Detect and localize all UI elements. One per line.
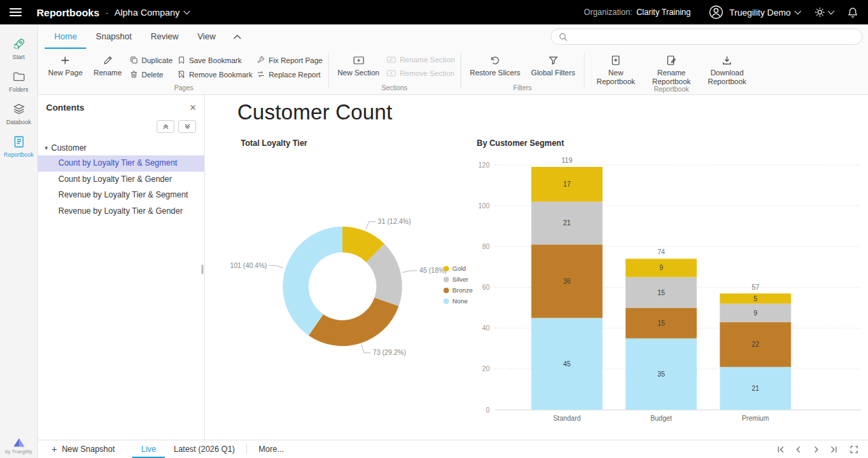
sidebar-item-label: Reportbook	[4, 151, 34, 158]
donut-legend: GoldSilverBronzeNone	[443, 265, 473, 305]
snapshot-tab-live[interactable]: Live	[132, 440, 165, 458]
ribbon-tabs-row: Home Snapshot Review View	[38, 24, 868, 49]
search-input[interactable]	[574, 32, 855, 41]
remove-section-button[interactable]: Remove Section	[387, 69, 454, 77]
remove-bookmark-button[interactable]: Remove Bookmark	[177, 70, 253, 79]
ribbon-search	[551, 28, 863, 45]
snapshot-tab-latest[interactable]: Latest (2026 Q1)	[165, 440, 243, 458]
rename-section-button[interactable]: Rename Section	[387, 56, 454, 64]
group-label-filters: Filters	[467, 84, 578, 94]
tree-item[interactable]: Count by Loyalty Tier & Segment	[38, 155, 204, 172]
restore-slicers-button[interactable]: Restore Slicers	[467, 49, 524, 77]
pencil-icon	[102, 54, 113, 66]
replace-report-button[interactable]: Replace Report	[256, 70, 322, 79]
bottombar-separator	[246, 444, 247, 454]
company-selector[interactable]: Alpha Company	[115, 7, 189, 18]
bottombar: + New Snapshot Live Latest (2026 Q1) Mor…	[38, 440, 868, 458]
bar-segment-label: 35	[657, 370, 665, 378]
legend-label: Silver	[452, 275, 469, 283]
new-reportbook-button[interactable]: New Reportbook	[590, 49, 642, 85]
tree-item[interactable]: Revenue by Loyalty Tier & Gender	[38, 204, 204, 220]
settings-menu[interactable]	[814, 6, 833, 18]
bar-segment-label: 17	[563, 180, 571, 188]
sidebar-item-reportbook[interactable]: Reportbook	[0, 130, 37, 163]
donut-label-leader	[269, 265, 283, 268]
ribbon-body: New Page Rename Duplicate Delete	[38, 49, 868, 95]
legend-item-silver[interactable]: Silver	[443, 275, 473, 283]
delete-button[interactable]: Delete	[130, 70, 173, 79]
collapse-all-button[interactable]	[157, 120, 174, 133]
loyalty-tier-donut-chart: 31 (12.4%)45 (18%)73 (29.2%)101 (40.4%)	[217, 154, 461, 378]
y-axis-tick: 0	[486, 406, 490, 414]
download-icon	[722, 54, 732, 66]
hamburger-menu-icon[interactable]	[9, 8, 22, 16]
donut-slice-bronze[interactable]	[309, 298, 399, 346]
new-section-button[interactable]: New Section	[334, 49, 383, 77]
collapse-ribbon-button[interactable]	[225, 24, 250, 49]
bar-total-label: 119	[561, 157, 572, 164]
download-reportbook-button[interactable]: Download Reportbook	[701, 49, 753, 85]
legend-label: Bronze	[452, 286, 473, 294]
contents-scrollbar-thumb[interactable]	[201, 265, 203, 274]
reportbook-icon	[12, 135, 26, 149]
previous-page-icon[interactable]	[794, 445, 803, 454]
tree-item[interactable]: Revenue by Loyalty Tier & Segment	[38, 187, 204, 204]
new-section-icon	[353, 54, 365, 66]
ribbon-group-sections: New Section Rename Section Remove Sectio…	[330, 49, 459, 94]
new-snapshot-button[interactable]: + New Snapshot	[45, 440, 121, 458]
gear-icon	[814, 6, 826, 18]
next-page-icon[interactable]	[812, 445, 821, 454]
snapshot-tab-more[interactable]: More...	[250, 440, 292, 458]
swap-arrows-icon	[256, 70, 265, 79]
duplicate-button[interactable]: Duplicate	[130, 56, 173, 64]
notifications-button[interactable]	[847, 7, 859, 18]
fullscreen-icon[interactable]	[850, 445, 859, 454]
new-page-button[interactable]: New Page	[45, 49, 86, 77]
global-filters-button[interactable]: Global Filters	[528, 49, 578, 77]
ribbon-group-reportbook: New Reportbook Rename Reportbook Downloa…	[586, 49, 757, 94]
trash-icon	[130, 70, 138, 79]
y-axis-tick: 40	[482, 324, 490, 332]
user-menu[interactable]: Truegility Demo	[708, 4, 800, 20]
ribbon-group-filters: Restore Slicers Global Filters Filters	[462, 49, 583, 94]
bar-segment-label: 5	[753, 295, 757, 303]
tab-home[interactable]: Home	[45, 24, 86, 49]
sidebar-item-folders[interactable]: Folders	[0, 65, 37, 98]
truegility-logo-icon	[13, 438, 25, 447]
sidebar-item-start[interactable]: Start	[0, 33, 37, 65]
tab-snapshot[interactable]: Snapshot	[86, 24, 141, 49]
bar-segment-label: 15	[657, 289, 665, 297]
contents-panel: Contents × ▾ Customer Count	[38, 95, 205, 440]
duplicate-icon	[130, 56, 138, 64]
first-page-icon[interactable]	[776, 445, 785, 454]
y-axis-tick: 100	[478, 202, 490, 210]
donut-data-label: 73 (29.2%)	[373, 349, 406, 356]
tab-review[interactable]: Review	[141, 24, 188, 49]
legend-item-bronze[interactable]: Bronze	[443, 286, 473, 294]
tree-item[interactable]: Count by Loyalty Tier & Gender	[38, 172, 204, 188]
bar-segment-label: 22	[751, 341, 760, 348]
customer-segment-bar-chart: 02040608010012045362117119Standard351515…	[476, 149, 868, 429]
rename-reportbook-button[interactable]: Rename Reportbook	[646, 49, 697, 85]
legend-item-gold[interactable]: Gold	[443, 265, 473, 272]
legend-item-none[interactable]: None	[443, 297, 473, 305]
new-reportbook-icon	[610, 54, 621, 66]
funnel-icon	[548, 54, 559, 66]
page-title: Customer Count	[237, 100, 393, 125]
rocket-icon	[12, 37, 26, 51]
sidebar-item-label: Databook	[6, 119, 31, 126]
app-title: Reportbooks	[37, 7, 100, 18]
fix-report-page-button[interactable]: Fix Report Page	[256, 56, 322, 64]
close-icon[interactable]: ×	[190, 104, 196, 112]
group-label-pages: Pages	[45, 84, 323, 94]
last-page-icon[interactable]	[829, 445, 838, 454]
save-bookmark-button[interactable]: Save Bookmark	[177, 56, 253, 64]
rename-page-button[interactable]: Rename	[90, 49, 125, 77]
tree-group-customer[interactable]: ▾ Customer	[38, 140, 204, 155]
tab-view[interactable]: View	[188, 24, 225, 49]
legend-dot	[443, 266, 449, 271]
group-label-sections: Sections	[334, 84, 455, 94]
expand-all-button[interactable]	[178, 120, 196, 133]
sidebar-item-databook[interactable]: Databook	[0, 98, 37, 130]
contents-panel-title: Contents	[46, 102, 84, 113]
